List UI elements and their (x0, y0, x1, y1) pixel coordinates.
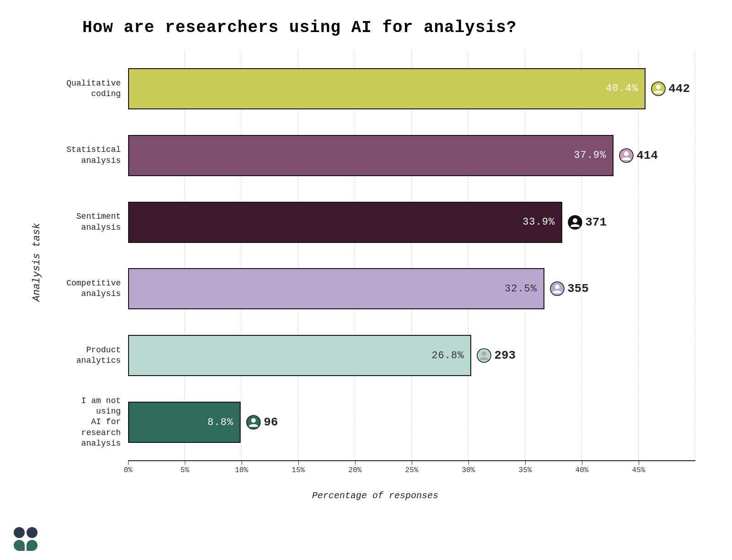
x-tick: 25% (412, 461, 468, 474)
x-tick: 0% (128, 461, 185, 474)
bar-count: 96 (264, 415, 278, 429)
x-tick-label: 35% (519, 466, 532, 474)
bar-count-group: 442 (651, 81, 690, 96)
x-tick: 15% (298, 461, 355, 474)
bar-count: 371 (585, 215, 607, 229)
bar-row: Sentimentanalysis33.9% 371 (55, 192, 705, 253)
bar-fill: 40.4% (128, 68, 646, 109)
bar-label: Statisticalanalysis (55, 145, 128, 166)
x-tick: 40% (582, 461, 639, 474)
x-tick-label: 25% (405, 466, 419, 474)
x-tick: 20% (355, 461, 412, 474)
bar-count: 355 (567, 282, 589, 296)
chart-title: How are researchers using AI for analysi… (82, 18, 705, 37)
x-tick-label: 0% (124, 466, 132, 474)
x-tick: 10% (242, 461, 298, 474)
bar-fill: 33.9% (128, 202, 562, 243)
bar-track: 33.9% 371 (128, 202, 705, 243)
bar-fill: 26.8% (128, 335, 471, 376)
bar-track: 26.8% 293 (128, 335, 705, 376)
chart-container: How are researchers using AI for analysi… (0, 0, 732, 560)
logo-area (14, 527, 38, 551)
bar-percentage-label: 8.8% (208, 417, 234, 428)
x-tick-line (582, 461, 582, 465)
logo-cell (14, 527, 25, 538)
bar-fill: 37.9% (128, 135, 614, 176)
x-tick-label: 45% (632, 466, 646, 474)
x-tick-line (185, 461, 185, 465)
bar-percentage-label: 32.5% (505, 283, 537, 295)
x-tick-label: 15% (292, 466, 305, 474)
x-tick-line (128, 461, 129, 465)
svg-point-7 (555, 285, 560, 289)
x-axis-ticks: 0%5%10%15%20%25%30%35%40%45% (128, 460, 695, 474)
bar-percentage-label: 37.9% (574, 150, 606, 161)
bars-area: Qualitativecoding40.4% 442Statisticalana… (55, 51, 705, 460)
svg-point-11 (251, 418, 256, 423)
x-tick-label: 5% (180, 466, 189, 474)
bar-fill: 32.5% (128, 268, 544, 309)
logo-icon (14, 527, 38, 551)
y-axis-label: Analysis task (27, 51, 46, 474)
bar-row: I am not usingAI for researchanalysis8.8… (55, 392, 705, 453)
x-tick: 30% (468, 461, 525, 474)
bar-track: 40.4% 442 (128, 68, 705, 109)
x-tick-line (639, 461, 639, 465)
x-tick: 35% (525, 461, 582, 474)
x-tick-label: 20% (349, 466, 362, 474)
bar-label: Sentimentanalysis (55, 211, 128, 233)
x-tick: 45% (639, 461, 695, 474)
chart-inner: Qualitativecoding40.4% 442Statisticalana… (46, 51, 705, 501)
x-tick: 5% (185, 461, 242, 474)
bar-fill: 8.8% (128, 402, 241, 443)
x-tick-line (298, 461, 299, 465)
bar-percentage-label: 26.8% (431, 350, 464, 361)
bar-label: Productanalytics (55, 345, 128, 366)
bar-label: Competitiveanalysis (55, 278, 128, 300)
chart-body: Analysis task Qualitativecoding40.4% 442… (27, 51, 705, 501)
x-tick-line (412, 461, 412, 465)
svg-point-9 (482, 351, 486, 356)
person-icon (246, 415, 261, 430)
person-icon (619, 148, 634, 163)
bar-count-group: 414 (619, 148, 658, 163)
bar-count: 293 (494, 349, 516, 362)
bar-track: 8.8% 96 (128, 402, 705, 443)
bar-count: 442 (668, 82, 690, 96)
svg-point-5 (573, 218, 577, 223)
bar-percentage-label: 40.4% (606, 83, 638, 94)
svg-point-3 (624, 151, 629, 156)
person-icon (477, 348, 491, 363)
bar-track: 37.9% 414 (128, 135, 705, 176)
bar-count-group: 355 (550, 281, 589, 296)
person-icon (568, 215, 582, 230)
bar-row: Competitiveanalysis32.5% 355 (55, 258, 705, 319)
bar-label: I am not usingAI for researchanalysis (55, 396, 128, 449)
logo-cell (27, 527, 38, 538)
x-tick-label: 10% (235, 466, 248, 474)
x-tick-line (242, 461, 242, 465)
bar-count-group: 371 (568, 215, 607, 230)
x-tick-line (355, 461, 355, 465)
person-icon (651, 81, 666, 96)
bar-row: Productanalytics26.8% 293 (55, 325, 705, 386)
bar-count-group: 96 (246, 415, 278, 430)
bar-percentage-label: 33.9% (522, 216, 555, 228)
x-tick-line (525, 461, 526, 465)
logo-cell (14, 540, 25, 551)
bar-count-group: 293 (477, 348, 516, 363)
bar-row: Statisticalanalysis37.9% 414 (55, 125, 705, 186)
bar-row: Qualitativecoding40.4% 442 (55, 58, 705, 119)
bar-count: 414 (636, 149, 658, 162)
x-tick-line (468, 461, 469, 465)
x-tick-label: 30% (462, 466, 475, 474)
bars-wrapper: Qualitativecoding40.4% 442Statisticalana… (55, 51, 705, 460)
logo-cell (27, 540, 38, 551)
x-axis-title: Percentage of responses (46, 490, 705, 501)
x-tick-label: 40% (576, 466, 589, 474)
person-icon (550, 281, 565, 296)
bar-label: Qualitativecoding (55, 78, 128, 100)
bar-track: 32.5% 355 (128, 268, 705, 309)
svg-point-1 (656, 85, 661, 89)
x-axis: 0%5%10%15%20%25%30%35%40%45% (128, 460, 695, 488)
